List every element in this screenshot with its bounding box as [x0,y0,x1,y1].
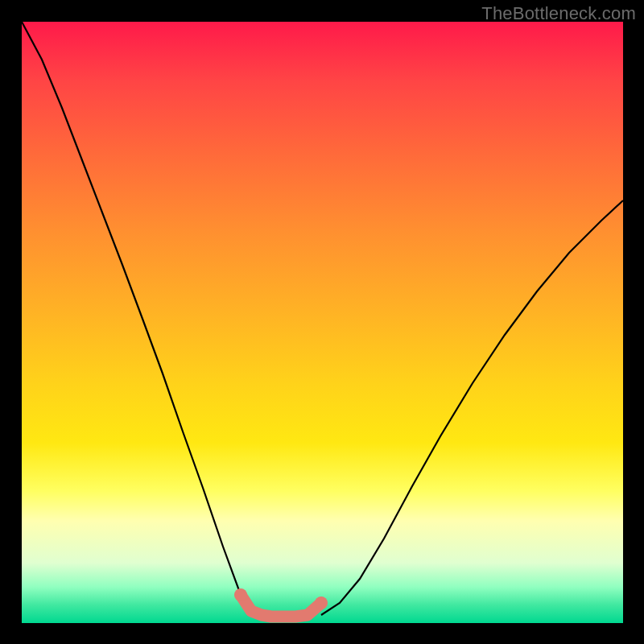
left-curve [22,22,262,615]
watermark-text: TheBottleneck.com [481,3,636,24]
right-curve [321,200,623,615]
valley-highlight [241,595,321,617]
chart-plot-area [22,22,623,623]
chart-svg [22,22,623,623]
valley-endpoint-left [234,588,247,601]
valley-endpoint-right [315,597,328,609]
